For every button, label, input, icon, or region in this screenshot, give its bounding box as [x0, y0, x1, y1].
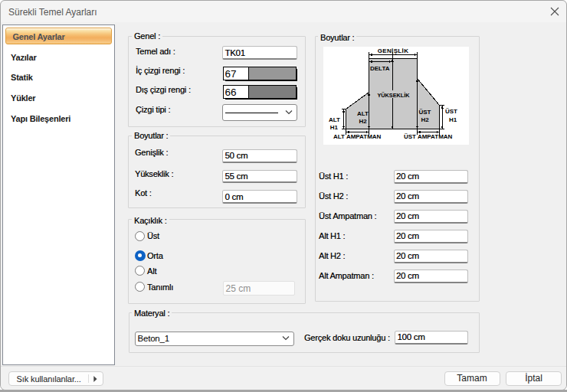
- svg-text:GENİŞLİK: GENİŞLİK: [378, 47, 409, 54]
- svg-text:H2: H2: [421, 116, 429, 123]
- svg-text:DELTA: DELTA: [370, 65, 390, 72]
- svg-text:YÜKSEKLİK: YÜKSEKLİK: [377, 92, 410, 99]
- svg-text:H2: H2: [359, 118, 367, 125]
- svg-text:ÜST: ÜST: [445, 108, 457, 115]
- svg-text:ALT: ALT: [357, 110, 369, 117]
- svg-text:ÜST AMPATMAN: ÜST AMPATMAN: [404, 133, 453, 140]
- svg-text:H1: H1: [449, 116, 457, 123]
- svg-text:ÜST: ÜST: [419, 109, 431, 116]
- svg-text:H1: H1: [330, 124, 339, 131]
- svg-text:ALT: ALT: [329, 116, 340, 123]
- svg-text:ALT AMPATMAN: ALT AMPATMAN: [333, 133, 382, 140]
